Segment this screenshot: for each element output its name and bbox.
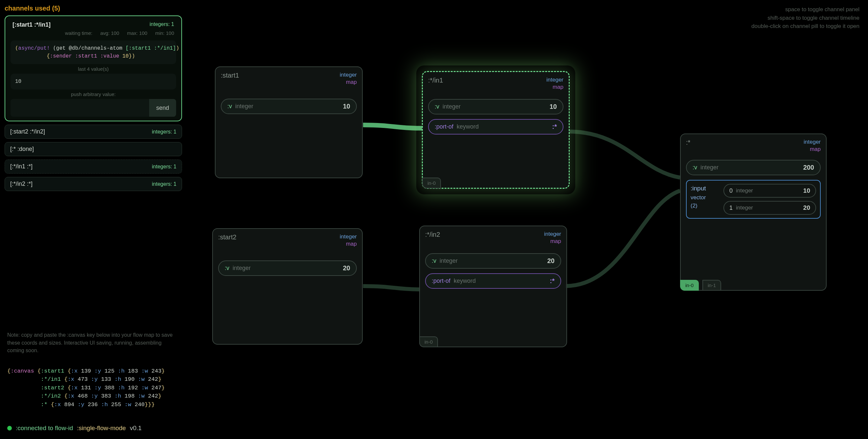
keyboard-hints: space to toggle channel panel shift-spac… xyxy=(751,5,860,31)
input-vector-box[interactable]: :input vector (2) 0 integer 10 1 integer… xyxy=(686,180,821,219)
node-type: integer xyxy=(546,77,563,83)
channel-name: [:start1 :*/in1] xyxy=(12,21,51,28)
panel-title: channels used (5) xyxy=(5,5,182,12)
node-title: :*/in2 xyxy=(425,231,440,238)
canvas-code: {:canvas {:start1 {:x 139 :y 125 :h 183 … xyxy=(7,367,165,409)
last-values-label: last 4 value(s) xyxy=(8,66,179,72)
port-in-0[interactable]: in-0 xyxy=(680,280,699,291)
pill-v[interactable]: :v integer 10 xyxy=(428,99,563,114)
send-button[interactable]: send xyxy=(149,99,176,117)
node-sub: map xyxy=(804,146,821,153)
node-title: :*/in1 xyxy=(428,77,443,84)
pill-v[interactable]: :v integer 200 xyxy=(686,160,821,175)
node-type: integer xyxy=(340,233,357,240)
status-bar: :connected to flow-id :single-flow-mode … xyxy=(7,425,142,432)
node-sub: map xyxy=(340,79,357,86)
node-type: integer xyxy=(804,139,821,145)
port-in-0[interactable]: in-0 xyxy=(419,336,438,347)
node-sub: map xyxy=(546,84,563,90)
channel-row[interactable]: [:start2 :*/in2] integers: 1 xyxy=(5,125,182,139)
node-title: :start2 xyxy=(218,233,237,241)
channel-row[interactable]: [:*/in1 :*] integers: 1 xyxy=(5,159,182,174)
port-in-1[interactable]: in-1 xyxy=(703,280,721,291)
channel-meta: integers: 1 xyxy=(150,21,174,28)
node-start1[interactable]: :start1 integer map :v integer 10 xyxy=(215,66,363,178)
node-title: :start1 xyxy=(221,72,239,79)
node-in2[interactable]: :*/in2 integer map :v integer 20 :port-o… xyxy=(419,226,567,347)
channel-row[interactable]: [:* :done] xyxy=(5,142,182,156)
last-values: 10 xyxy=(10,74,176,89)
pill-port-of[interactable]: :port-of keyword :* xyxy=(428,119,563,135)
save-note: Note: copy and paste the :canvas key bel… xyxy=(7,331,178,354)
vec-item-1[interactable]: 1 integer 20 xyxy=(723,201,816,215)
node-sub: map xyxy=(340,241,357,247)
status-dot-icon xyxy=(7,426,12,431)
pill-v[interactable]: :v integer 20 xyxy=(425,253,561,269)
node-type: integer xyxy=(544,231,561,237)
channel-code: (async/put! (get @db/channels-atom [:sta… xyxy=(10,40,176,64)
node-start2[interactable]: :start2 integer map :v integer 20 xyxy=(212,228,363,345)
pill-port-of[interactable]: :port-of keyword :* xyxy=(425,273,561,289)
node-in1[interactable]: :*/in1 integer map :v integer 10 :port-o… xyxy=(422,71,570,189)
pill-v[interactable]: :v integer 10 xyxy=(221,99,357,114)
channel-open-start1-in1[interactable]: [:start1 :*/in1] integers: 1 waiting tim… xyxy=(5,16,182,121)
channel-stats: waiting time: avg: 100 max: 100 min: 100 xyxy=(8,30,179,38)
channel-row[interactable]: [:*/in2 :*] integers: 1 xyxy=(5,177,182,191)
channels-panel: channels used (5) [:start1 :*/in1] integ… xyxy=(5,5,182,194)
pill-v[interactable]: :v integer 20 xyxy=(218,260,357,276)
port-in-0[interactable]: in-0 xyxy=(422,178,441,188)
push-label: push arbitrary value: xyxy=(8,91,179,97)
node-star[interactable]: :* integer map :v integer 200 :input vec… xyxy=(680,134,827,291)
node-sub: map xyxy=(544,238,561,245)
push-input[interactable] xyxy=(10,99,149,117)
node-type: integer xyxy=(340,72,357,78)
node-title: :* xyxy=(686,139,690,146)
vec-item-0[interactable]: 0 integer 10 xyxy=(723,184,816,198)
